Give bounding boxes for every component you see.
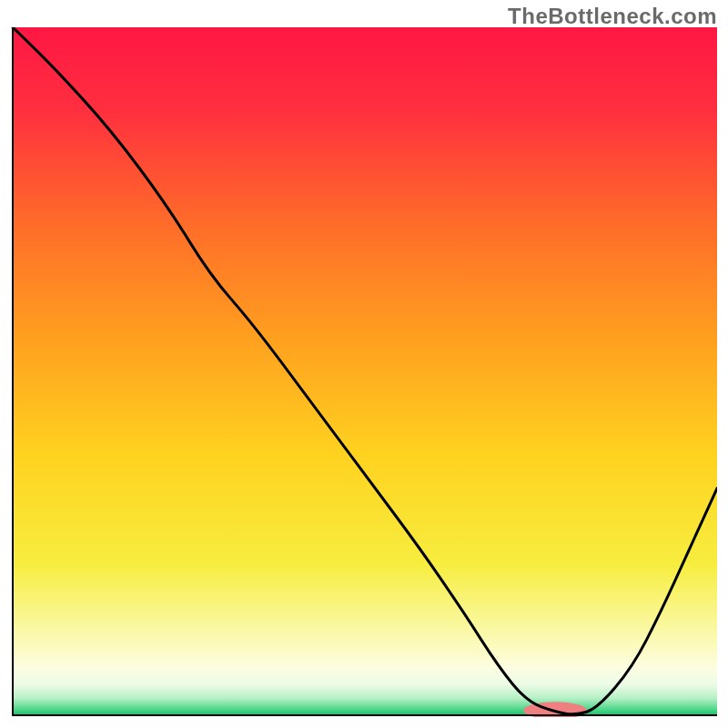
gradient-area: [13, 27, 717, 715]
chart-root: TheBottleneck.com: [0, 0, 728, 728]
plot-frame: [11, 27, 717, 717]
watermark-label: TheBottleneck.com: [508, 4, 717, 29]
chart-svg: [11, 27, 717, 717]
